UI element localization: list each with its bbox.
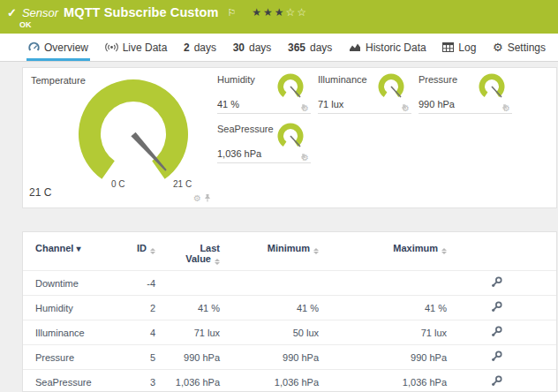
channel-id: -4 (116, 271, 155, 296)
table-header-row: Channel▾ ID LastValue Minimum Maximum (23, 236, 556, 271)
table-row-pressure: Pressure 5 990 hPa 990 hPa 990 hPa (23, 345, 556, 370)
channel-minimum: 50 lux (220, 320, 319, 345)
channel-minimum (220, 271, 319, 296)
tab-label: days (249, 41, 271, 54)
channel-name: SeaPressure (23, 370, 116, 392)
tab-label: days (310, 41, 332, 54)
page-title: MQTT Subscribe Custom (64, 5, 218, 19)
sort-icon (215, 259, 220, 265)
pin-icon[interactable] (300, 153, 306, 162)
channel-last-value: 41 % (155, 296, 220, 320)
temperature-value: 21 C (29, 186, 51, 199)
tab-label-number: 365 (288, 41, 305, 54)
table-row-downtime: Downtime -4 (23, 271, 556, 296)
gauge-icon (28, 41, 40, 53)
table-row-seapressure: SeaPressure 3 1,036 hPa 1,036 hPa 1,036 … (23, 370, 556, 392)
channel-settings-wrench-icon[interactable] (491, 326, 502, 337)
channels-table-panel: Channel▾ ID LastValue Minimum Maximum Do… (22, 231, 557, 392)
channel-last-value (155, 271, 220, 296)
tab-label-number: 30 (233, 41, 245, 54)
gear-icon: ⚙ (493, 41, 503, 54)
star-filled-icon[interactable]: ★ (263, 6, 275, 19)
tab-label: Log (458, 41, 476, 54)
mini-gauge-dial (474, 72, 509, 107)
tab-historic-data[interactable]: Historic Data (347, 34, 428, 61)
channel-maximum (319, 271, 447, 296)
pin-icon[interactable] (401, 103, 407, 112)
tab-label: Overview (44, 41, 88, 54)
channel-maximum: 71 lux (319, 320, 447, 345)
gauge-scale-min: 0 C (111, 179, 125, 189)
tab-label-number: 2 (184, 41, 190, 54)
tab-bar: Overview Live Data 2 days 30 days 365 da… (0, 34, 558, 62)
tab-log[interactable]: Log (441, 34, 478, 61)
status-ok-icon: ✓ (7, 6, 17, 19)
channel-minimum: 1,036 hPa (220, 370, 319, 392)
sensor-banner: ✓ Sensor MQTT Subscribe Custom ⚐ ★★★☆☆ O… (0, 0, 558, 34)
gear-icon[interactable]: ⚙ (193, 193, 201, 203)
pin-icon[interactable] (204, 193, 211, 203)
mini-gauge-dial (273, 72, 308, 107)
gauge-value: 1,036 hPa (217, 148, 261, 159)
channel-minimum: 41 % (220, 296, 319, 320)
gauge-scale-max: 21 C (173, 179, 192, 189)
priority-stars[interactable]: ★★★☆☆ (252, 6, 308, 19)
channel-settings-wrench-icon[interactable] (491, 375, 502, 387)
gauge-title: SeaPressure (217, 124, 274, 134)
channel-settings-wrench-icon[interactable] (491, 276, 502, 288)
channel-name: Pressure (23, 345, 116, 370)
sort-desc-icon: ▾ (76, 244, 80, 253)
gauge-value: 71 lux (318, 99, 343, 109)
star-filled-icon[interactable]: ★ (275, 6, 286, 19)
pin-icon[interactable] (501, 103, 508, 112)
tab-30-days[interactable]: 30 days (231, 34, 274, 61)
channel-id: 5 (116, 345, 155, 370)
gauge-actions: ⚙ (402, 103, 410, 113)
mini-gauge-seapressure: SeaPressure 1,036 hPa ⚙ (217, 121, 311, 163)
tab-365-days[interactable]: 365 days (286, 34, 334, 61)
column-header-channel[interactable]: Channel▾ (23, 236, 116, 271)
gauge-value: 41 % (217, 99, 239, 109)
column-header-actions (447, 236, 556, 271)
tab-overview[interactable]: Overview (26, 34, 90, 61)
column-header-maximum[interactable]: Maximum (319, 236, 447, 271)
tab-live-data[interactable]: Live Data (103, 34, 170, 61)
channel-name: Humidity (23, 296, 116, 320)
channel-last-value: 1,036 hPa (155, 370, 220, 392)
tab-2-days[interactable]: 2 days (182, 34, 218, 61)
star-empty-icon[interactable]: ☆ (286, 6, 298, 19)
channels-table: Channel▾ ID LastValue Minimum Maximum Do… (23, 236, 556, 392)
chart-icon (349, 42, 361, 52)
mini-gauge-dial (273, 121, 308, 156)
column-header-id[interactable]: ID (116, 236, 155, 271)
gauge-actions: ⚙ (301, 103, 309, 113)
mini-gauge-dial (373, 72, 409, 107)
channel-settings-wrench-icon[interactable] (491, 301, 502, 313)
signal-icon (105, 42, 118, 52)
column-header-minimum[interactable]: Minimum (220, 236, 319, 271)
tab-settings[interactable]: ⚙ Settings (491, 34, 547, 61)
column-header-last-value[interactable]: LastValue (155, 236, 220, 271)
flag-icon[interactable]: ⚐ (227, 7, 236, 19)
gauges-panel: Temperature 0 C 21 C 21 C ⚙ Humidity 41 … (22, 67, 557, 208)
table-row-illuminance: Illuminance 4 71 lux 50 lux 71 lux (23, 320, 556, 345)
gauge-title: Illuminance (318, 74, 367, 85)
channel-maximum: 990 hPa (319, 345, 447, 370)
sort-icon (150, 248, 155, 254)
pin-icon[interactable] (300, 103, 306, 112)
mini-gauges-grid: Humidity 41 % ⚙ Illuminance 71 lux (217, 72, 512, 163)
channel-id: 4 (116, 320, 155, 345)
tab-label: Settings (508, 41, 546, 54)
channel-last-value: 71 lux (155, 320, 220, 345)
tab-label: Live Data (123, 41, 168, 54)
star-filled-icon[interactable]: ★ (252, 6, 263, 19)
sensor-status-text: OK (19, 20, 32, 29)
channel-name: Downtime (23, 271, 116, 296)
gauge-title: Pressure (418, 74, 457, 85)
log-table-icon (442, 42, 454, 52)
star-empty-icon[interactable]: ☆ (297, 6, 308, 19)
channel-last-value: 990 hPa (155, 345, 220, 370)
mini-gauge-humidity: Humidity 41 % ⚙ (217, 72, 311, 114)
channel-settings-wrench-icon[interactable] (491, 351, 502, 362)
sort-icon (441, 248, 447, 254)
